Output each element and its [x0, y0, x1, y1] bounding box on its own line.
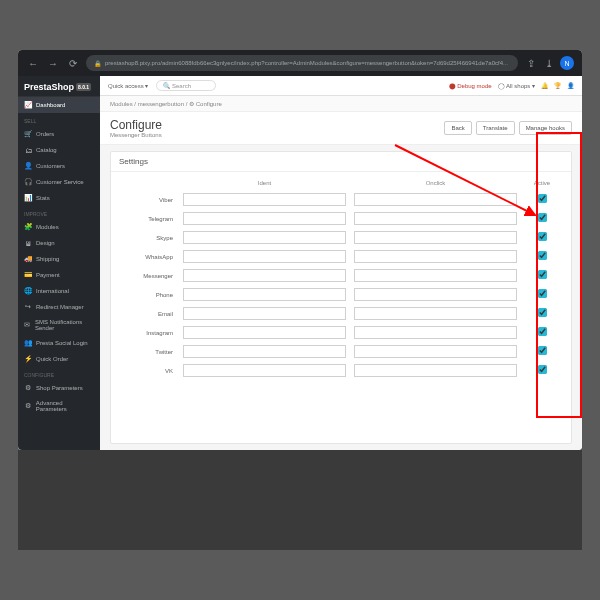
url-bar[interactable]: 🔒 prestashop8.pixy.pro/admin6088fdb66ec3…	[86, 55, 518, 71]
active-checkbox[interactable]	[538, 213, 547, 222]
sidebar-item-advanced[interactable]: ⚙Advanced Parameters	[18, 396, 100, 416]
sidebar-section-configure: CONFIGURE	[18, 367, 100, 380]
forward-icon[interactable]: →	[46, 56, 60, 70]
sidebar-item-catalog[interactable]: 🗂Catalog	[18, 142, 100, 158]
trophy-icon[interactable]: 🏆	[554, 82, 561, 89]
manage-hooks-button[interactable]: Manage hooks	[519, 121, 572, 135]
ident-input[interactable]	[183, 231, 346, 244]
row-label: VK	[119, 368, 179, 374]
globe-icon: 🌐	[24, 287, 32, 295]
main-content: Quick access ▾ 🔍 Search ⬤ Debug mode ◯ A…	[100, 76, 582, 450]
quickorder-icon: ⚡	[24, 355, 32, 363]
onclick-input[interactable]	[354, 269, 517, 282]
ident-input[interactable]	[183, 326, 346, 339]
quick-access-dropdown[interactable]: Quick access ▾	[108, 82, 148, 89]
row-label: WhatsApp	[119, 254, 179, 260]
row-label: Messenger	[119, 273, 179, 279]
sidebar-item-orders[interactable]: 🛒Orders	[18, 126, 100, 142]
ident-input[interactable]	[183, 250, 346, 263]
active-checkbox[interactable]	[538, 232, 547, 241]
onclick-input[interactable]	[354, 345, 517, 358]
service-icon: 🎧	[24, 178, 32, 186]
panel-title: Settings	[111, 152, 571, 172]
active-checkbox[interactable]	[538, 270, 547, 279]
dashboard-icon: 📈	[24, 101, 32, 109]
ident-input[interactable]	[183, 345, 346, 358]
sidebar-item-international[interactable]: 🌐International	[18, 283, 100, 299]
sidebar-item-shop-params[interactable]: ⚙Shop Parameters	[18, 380, 100, 396]
ident-input[interactable]	[183, 212, 346, 225]
onclick-input[interactable]	[354, 212, 517, 225]
onclick-input[interactable]	[354, 193, 517, 206]
sidebar-item-customers[interactable]: 👤Customers	[18, 158, 100, 174]
ident-input[interactable]	[183, 288, 346, 301]
active-checkbox[interactable]	[538, 308, 547, 317]
profile-icon[interactable]: N	[560, 56, 574, 70]
onclick-input[interactable]	[354, 288, 517, 301]
customers-icon: 👤	[24, 162, 32, 170]
ident-input[interactable]	[183, 193, 346, 206]
row-label: Twitter	[119, 349, 179, 355]
payment-icon: 💳	[24, 271, 32, 279]
settings-grid: Ident Onclick Active ViberTelegramSkypeW…	[111, 172, 571, 384]
notif-icon[interactable]: 🔔	[541, 82, 548, 89]
active-checkbox[interactable]	[538, 346, 547, 355]
sidebar-item-shipping[interactable]: 🚚Shipping	[18, 251, 100, 267]
sidebar-item-payment[interactable]: 💳Payment	[18, 267, 100, 283]
active-checkbox[interactable]	[538, 365, 547, 374]
shops-dropdown[interactable]: ◯ All shops ▾	[498, 82, 535, 89]
app-window: ← → ⟳ 🔒 prestashop8.pixy.pro/admin6088fd…	[18, 50, 582, 450]
row-label: Phone	[119, 292, 179, 298]
settings-panel: Settings Ident Onclick Active ViberTeleg…	[110, 151, 572, 444]
sidebar-item-customer-service[interactable]: 🎧Customer Service	[18, 174, 100, 190]
active-checkbox[interactable]	[538, 251, 547, 260]
active-checkbox[interactable]	[538, 194, 547, 203]
breadcrumb: Modules / messengerbutton / ⚙ Configure	[100, 96, 582, 112]
sidebar-item-design[interactable]: 🖥Design	[18, 235, 100, 251]
grid-header: Ident Onclick Active	[119, 176, 563, 190]
sidebar-item-sms[interactable]: ✉SMS Notifications Sender	[18, 315, 100, 335]
row-label: Telegram	[119, 216, 179, 222]
ident-input[interactable]	[183, 269, 346, 282]
sidebar-section-improve: IMPROVE	[18, 206, 100, 219]
row-label: Skype	[119, 235, 179, 241]
design-icon: 🖥	[24, 239, 32, 247]
onclick-input[interactable]	[354, 250, 517, 263]
col-active: Active	[521, 180, 563, 186]
social-icon: 👥	[24, 339, 32, 347]
orders-icon: 🛒	[24, 130, 32, 138]
lock-icon: 🔒	[94, 60, 101, 67]
translate-button[interactable]: Translate	[476, 121, 515, 135]
sidebar: PrestaShop 8.0.1 📈Dashboard SELL 🛒Orders…	[18, 76, 100, 450]
url-text: prestashop8.pixy.pro/admin6088fdb66ec3gn…	[105, 60, 508, 66]
table-row: Telegram	[119, 209, 563, 228]
share-icon[interactable]: ⇪	[524, 56, 538, 70]
row-label: Viber	[119, 197, 179, 203]
ident-input[interactable]	[183, 307, 346, 320]
back-button[interactable]: Back	[444, 121, 471, 135]
onclick-input[interactable]	[354, 326, 517, 339]
sidebar-item-modules[interactable]: 🧩Modules	[18, 219, 100, 235]
download-icon[interactable]: ⤓	[542, 56, 556, 70]
sidebar-item-stats[interactable]: 📊Stats	[18, 190, 100, 206]
page-title: Configure	[110, 118, 162, 132]
page-subtitle: Messenger Buttons	[110, 132, 162, 138]
table-row: Phone	[119, 285, 563, 304]
backdrop-lower	[18, 450, 582, 550]
active-checkbox[interactable]	[538, 289, 547, 298]
sidebar-item-quickorder[interactable]: ⚡Quick Order	[18, 351, 100, 367]
active-checkbox[interactable]	[538, 327, 547, 336]
onclick-input[interactable]	[354, 364, 517, 377]
reload-icon[interactable]: ⟳	[66, 56, 80, 70]
onclick-input[interactable]	[354, 231, 517, 244]
row-label: Instagram	[119, 330, 179, 336]
sidebar-item-redirect[interactable]: ↪Redirect Manager	[18, 299, 100, 315]
ident-input[interactable]	[183, 364, 346, 377]
sidebar-item-dashboard[interactable]: 📈Dashboard	[18, 97, 100, 113]
back-icon[interactable]: ←	[26, 56, 40, 70]
onclick-input[interactable]	[354, 307, 517, 320]
search-input[interactable]: 🔍 Search	[156, 80, 216, 91]
sidebar-item-social[interactable]: 👥Presta Social Login	[18, 335, 100, 351]
table-row: Instagram	[119, 323, 563, 342]
user-icon[interactable]: 👤	[567, 82, 574, 89]
